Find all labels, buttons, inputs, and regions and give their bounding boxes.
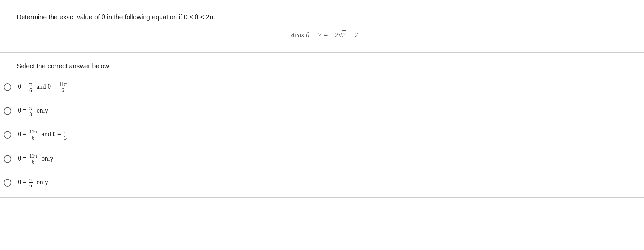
option-2[interactable]: θ = π 3 only [0, 99, 644, 123]
option-1-text: θ = π 6 and θ = 11π 6 [18, 81, 68, 93]
options-wrapper: θ = π 6 and θ = 11π 6 θ = π 3 [0, 75, 644, 195]
radio-3[interactable] [4, 131, 11, 139]
question-instruction: Determine the exact value of θ in the fo… [17, 13, 627, 21]
equation-display: −4cos θ + 7 = −2√3 + 7 [17, 31, 627, 39]
option-4[interactable]: θ = 11π 6 only [0, 147, 644, 171]
option-1[interactable]: θ = π 6 and θ = 11π 6 [0, 75, 644, 99]
radio-5[interactable] [4, 179, 11, 187]
radio-4[interactable] [4, 155, 11, 163]
bottom-border [0, 195, 644, 198]
option-3[interactable]: θ = 11π 6 and θ = π 3 [0, 123, 644, 147]
radio-2[interactable] [4, 107, 11, 115]
question-section: Determine the exact value of θ in the fo… [0, 0, 644, 53]
option-5[interactable]: θ = π 6 only [0, 171, 644, 195]
select-label: Select the correct answer below: [17, 62, 627, 70]
option-3-text: θ = 11π 6 and θ = π 3 [18, 129, 68, 141]
option-5-text: θ = π 6 only [18, 177, 48, 189]
radio-1[interactable] [4, 83, 11, 91]
option-2-text: θ = π 3 only [18, 105, 48, 117]
answer-section: Select the correct answer below: [0, 53, 644, 75]
option-4-text: θ = 11π 6 only [18, 153, 53, 165]
page-container: Determine the exact value of θ in the fo… [0, 0, 644, 250]
